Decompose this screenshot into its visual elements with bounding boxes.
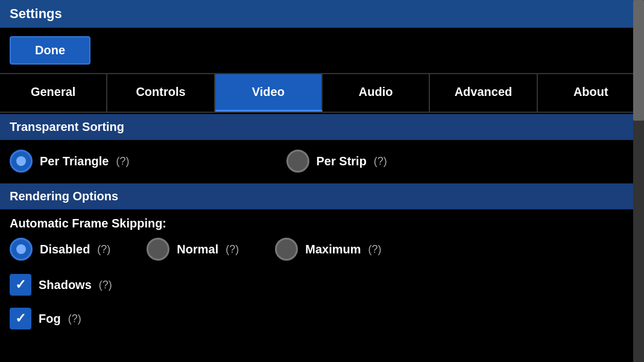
- afs-disabled-help: (?): [97, 243, 110, 256]
- afs-label: Automatic Frame Skipping:: [0, 209, 633, 233]
- shadows-checkbox[interactable]: ✓: [10, 274, 31, 296]
- done-button[interactable]: Done: [10, 36, 90, 65]
- tab-audio[interactable]: Audio: [323, 74, 430, 112]
- done-area: Done: [0, 28, 644, 73]
- fog-checkbox[interactable]: ✓: [10, 308, 31, 329]
- per-triangle-label: Per Triangle: [40, 154, 109, 168]
- afs-maximum-label: Maximum: [305, 243, 361, 256]
- tab-about[interactable]: About: [538, 74, 644, 112]
- afs-disabled-option[interactable]: Disabled (?): [10, 238, 110, 261]
- afs-maximum-radio[interactable]: [275, 238, 298, 261]
- scrollbar[interactable]: [633, 0, 644, 362]
- afs-maximum-help: (?): [368, 243, 382, 256]
- transparent-sorting-header: Transparent Sorting: [0, 114, 633, 140]
- afs-disabled-label: Disabled: [40, 243, 90, 256]
- fog-row: ✓ Fog (?): [0, 302, 633, 335]
- shadows-label: Shadows: [39, 278, 92, 292]
- rendering-options-header: Rendering Options: [0, 183, 633, 209]
- shadows-row: ✓ Shadows (?): [0, 268, 633, 302]
- fog-help: (?): [68, 313, 81, 325]
- tab-video[interactable]: Video: [215, 74, 323, 112]
- tab-advanced[interactable]: Advanced: [430, 74, 537, 112]
- scrollbar-thumb[interactable]: [633, 0, 644, 121]
- afs-normal-label: Normal: [177, 243, 218, 256]
- afs-normal-help: (?): [226, 243, 239, 256]
- per-strip-label: Per Strip: [317, 154, 367, 168]
- afs-options-row: Disabled (?) Normal (?) Maximum (?): [0, 233, 633, 268]
- fog-label: Fog: [39, 312, 61, 326]
- per-triangle-option[interactable]: Per Triangle (?): [10, 150, 130, 173]
- per-triangle-help: (?): [116, 155, 130, 168]
- afs-maximum-option[interactable]: Maximum (?): [275, 238, 381, 261]
- afs-normal-radio[interactable]: [147, 238, 169, 261]
- tabs-row: General Controls Video Audio Advanced Ab…: [0, 73, 644, 113]
- afs-disabled-radio[interactable]: [10, 238, 33, 261]
- per-triangle-radio[interactable]: [10, 150, 33, 173]
- title-text: Settings: [10, 6, 62, 21]
- transparent-sorting-options: Per Triangle (?) Per Strip (?): [0, 140, 633, 182]
- content-area: Transparent Sorting Per Triangle (?) Per…: [0, 114, 633, 335]
- per-strip-help: (?): [374, 155, 387, 168]
- per-strip-option[interactable]: Per Strip (?): [286, 150, 387, 173]
- title-bar: Settings: [0, 0, 644, 28]
- tab-general[interactable]: General: [0, 74, 107, 112]
- afs-normal-option[interactable]: Normal (?): [147, 238, 239, 261]
- per-strip-radio[interactable]: [286, 150, 309, 173]
- tab-controls[interactable]: Controls: [107, 74, 215, 112]
- shadows-help: (?): [99, 279, 112, 291]
